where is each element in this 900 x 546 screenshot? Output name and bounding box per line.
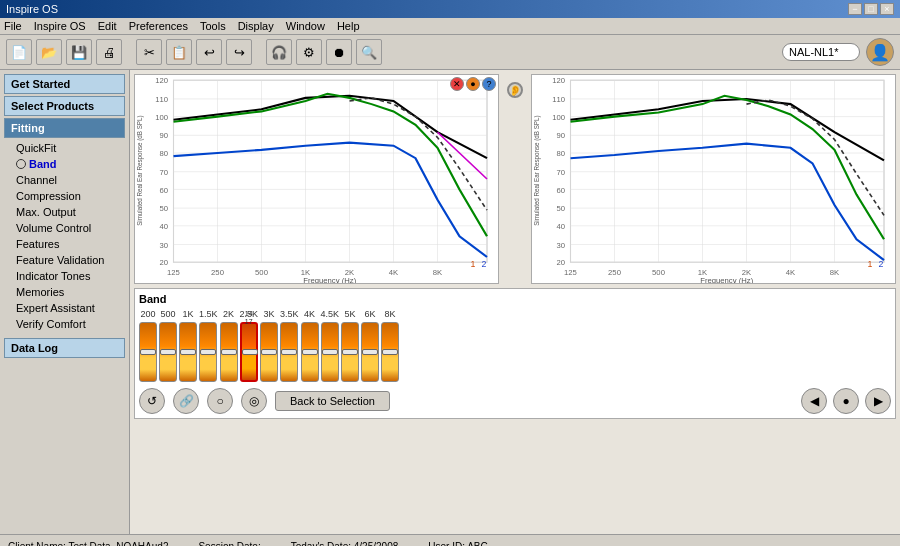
ear-toggle[interactable]: 👂 xyxy=(507,82,523,98)
svg-text:250: 250 xyxy=(211,268,224,277)
sidebar-section-fitting[interactable]: Fitting xyxy=(4,118,125,138)
svg-rect-0 xyxy=(174,80,488,262)
svg-text:250: 250 xyxy=(608,268,621,277)
right-chart-container: 120 110 100 90 80 70 60 50 40 30 20 125 … xyxy=(531,74,896,284)
record-button[interactable]: ⏺ xyxy=(326,39,352,65)
right-chart-svg: 120 110 100 90 80 70 60 50 40 30 20 125 … xyxy=(532,75,895,283)
maximize-button[interactable]: □ xyxy=(864,3,878,15)
sidebar-item-quickfit[interactable]: QuickFit xyxy=(4,140,125,156)
sidebar-item-expertassistant[interactable]: Expert Assistant xyxy=(4,300,125,316)
statusbar: Client Name: Test Data, NOAHAud2 Session… xyxy=(0,534,900,546)
sidebar-item-featurevalidation[interactable]: Feature Validation xyxy=(4,252,125,268)
sidebar-section-datalog[interactable]: Data Log xyxy=(4,338,125,358)
svg-text:Simulated Real Ear Response (d: Simulated Real Ear Response (dB SPL) xyxy=(532,115,540,225)
svg-text:50: 50 xyxy=(159,204,168,213)
band-mute-button[interactable]: ○ xyxy=(207,388,233,414)
menubar: File Inspire OS Edit Preferences Tools D… xyxy=(0,18,900,35)
chart-icons-left: ✕ ● ? xyxy=(450,77,496,91)
svg-text:20: 20 xyxy=(159,259,168,268)
band-slider-1_5k[interactable]: 1.5K xyxy=(199,309,218,382)
svg-text:40: 40 xyxy=(159,222,168,231)
svg-text:70: 70 xyxy=(159,168,168,177)
save-button[interactable]: 💾 xyxy=(66,39,92,65)
band-slider-8k[interactable]: 8K xyxy=(381,309,399,382)
band-slider-4k[interactable]: 4K xyxy=(301,309,319,382)
zoom-button[interactable]: 🔍 xyxy=(356,39,382,65)
svg-text:100: 100 xyxy=(552,113,565,122)
chart-orange-btn-left[interactable]: ● xyxy=(466,77,480,91)
svg-text:125: 125 xyxy=(564,268,577,277)
sidebar-item-volumecontrol[interactable]: Volume Control xyxy=(4,220,125,236)
svg-text:110: 110 xyxy=(552,95,565,104)
svg-text:500: 500 xyxy=(255,268,268,277)
band-reset-button[interactable]: ↺ xyxy=(139,388,165,414)
menu-edit[interactable]: Edit xyxy=(98,20,117,32)
toolbar: 📄 📂 💾 🖨 ✂ 📋 ↩ ↪ 🎧 ⚙ ⏺ 🔍 NAL-NL1* NAL-NL2… xyxy=(0,35,900,70)
band-slider-2_5k[interactable]: 2.5K 14 17 xyxy=(240,309,259,382)
sidebar: Get Started Select Products Fitting Quic… xyxy=(0,70,130,534)
band-slider-1k[interactable]: 1K xyxy=(179,309,197,382)
chart-blue-btn-left[interactable]: ? xyxy=(482,77,496,91)
band-slider-5k[interactable]: 5K xyxy=(341,309,359,382)
sidebar-item-features[interactable]: Features xyxy=(4,236,125,252)
sidebar-section-getstarted[interactable]: Get Started xyxy=(4,74,125,94)
band-slider-500[interactable]: 500 xyxy=(159,309,177,382)
nav-right-button[interactable]: ▶ xyxy=(865,388,891,414)
band-slider-3k[interactable]: 3K xyxy=(260,309,278,382)
svg-text:20: 20 xyxy=(556,259,565,268)
close-button[interactable]: × xyxy=(880,3,894,15)
band-link-button[interactable]: 🔗 xyxy=(173,388,199,414)
undo-button[interactable]: ↩ xyxy=(196,39,222,65)
sidebar-item-channel[interactable]: Channel xyxy=(4,172,125,188)
open-button[interactable]: 📂 xyxy=(36,39,62,65)
svg-text:4K: 4K xyxy=(786,268,795,277)
svg-text:2: 2 xyxy=(482,260,487,270)
svg-text:120: 120 xyxy=(552,77,565,86)
nav-left-button[interactable]: ◀ xyxy=(801,388,827,414)
band-slider-2k[interactable]: 2K xyxy=(220,309,238,382)
svg-text:30: 30 xyxy=(159,241,168,250)
svg-text:Frequency (Hz): Frequency (Hz) xyxy=(303,276,357,283)
print-button[interactable]: 🖨 xyxy=(96,39,122,65)
menu-window[interactable]: Window xyxy=(286,20,325,32)
menu-file[interactable]: File xyxy=(4,20,22,32)
band-slider-3_5k[interactable]: 3.5K xyxy=(280,309,299,382)
settings-button[interactable]: ⚙ xyxy=(296,39,322,65)
left-chart-svg: 120 110 100 90 80 70 60 50 40 30 20 125 … xyxy=(135,75,498,283)
charts-row: ✕ ● ? xyxy=(134,74,896,284)
svg-text:1: 1 xyxy=(868,260,873,270)
menu-preferences[interactable]: Preferences xyxy=(129,20,188,32)
svg-text:70: 70 xyxy=(556,168,565,177)
chart-red-btn-left[interactable]: ✕ xyxy=(450,77,464,91)
menu-inspireos[interactable]: Inspire OS xyxy=(34,20,86,32)
sidebar-item-indicatortones[interactable]: Indicator Tones xyxy=(4,268,125,284)
nal-selector-wrap[interactable]: NAL-NL1* NAL-NL2 DSL xyxy=(782,43,860,61)
status-session: Session Date: xyxy=(198,541,260,546)
sidebar-section-selectproducts[interactable]: Select Products xyxy=(4,96,125,116)
band-slider-200[interactable]: 200 xyxy=(139,309,157,382)
menu-tools[interactable]: Tools xyxy=(200,20,226,32)
band-slider-4_5k[interactable]: 4.5K xyxy=(321,309,340,382)
svg-text:90: 90 xyxy=(556,132,565,141)
sidebar-item-verifycomfort[interactable]: Verify Comfort xyxy=(4,316,125,332)
new-button[interactable]: 📄 xyxy=(6,39,32,65)
cut-button[interactable]: ✂ xyxy=(136,39,162,65)
band-option-button[interactable]: ◎ xyxy=(241,388,267,414)
svg-rect-42 xyxy=(571,80,885,262)
minimize-button[interactable]: − xyxy=(848,3,862,15)
menu-display[interactable]: Display xyxy=(238,20,274,32)
sidebar-item-maxoutput[interactable]: Max. Output xyxy=(4,204,125,220)
band-slider-6k[interactable]: 6K xyxy=(361,309,379,382)
redo-button[interactable]: ↪ xyxy=(226,39,252,65)
nal-selector[interactable]: NAL-NL1* NAL-NL2 DSL xyxy=(782,43,860,61)
sidebar-item-memories[interactable]: Memories xyxy=(4,284,125,300)
nav-center-button[interactable]: ● xyxy=(833,388,859,414)
help-icon-button[interactable]: 🎧 xyxy=(266,39,292,65)
sidebar-item-band[interactable]: Band xyxy=(4,156,125,172)
avatar-button[interactable]: 👤 xyxy=(866,38,894,66)
menu-help[interactable]: Help xyxy=(337,20,360,32)
svg-text:50: 50 xyxy=(556,204,565,213)
copy-button[interactable]: 📋 xyxy=(166,39,192,65)
sidebar-item-compression[interactable]: Compression xyxy=(4,188,125,204)
back-to-selection-button[interactable]: Back to Selection xyxy=(275,391,390,411)
